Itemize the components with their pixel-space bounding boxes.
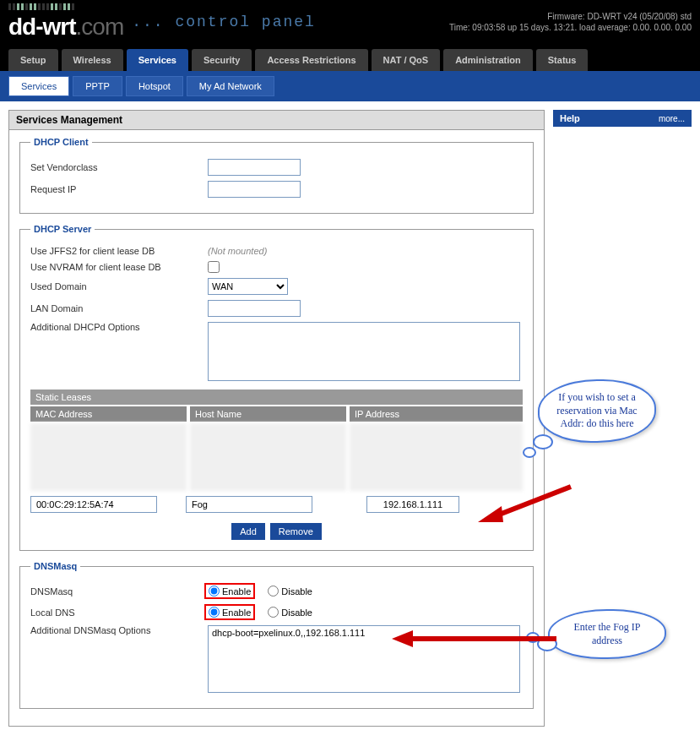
- subtab-pptp[interactable]: PPTP: [73, 76, 122, 96]
- logo-dots-icon: [8, 3, 123, 10]
- callout-fog-ip: Enter the Fog IP address: [548, 609, 666, 659]
- request-ip-label: Request IP: [30, 184, 208, 194]
- lease-mac-input[interactable]: [30, 496, 157, 513]
- used-domain-label: Used Domain: [30, 281, 208, 291]
- vendorclass-input[interactable]: [208, 159, 301, 176]
- lan-domain-label: LAN Domain: [30, 303, 208, 313]
- lease-ip-input[interactable]: [366, 496, 459, 513]
- help-more-link[interactable]: more...: [659, 114, 685, 123]
- add-button[interactable]: Add: [231, 523, 265, 540]
- logo-text: dd-wrt.com: [8, 14, 123, 41]
- additional-dnsmasq-label: Additional DNSMasq Options: [30, 625, 208, 635]
- help-header: Help more...: [553, 110, 692, 127]
- logo-block: dd-wrt.com: [8, 3, 123, 41]
- lease-host-input[interactable]: [186, 496, 312, 513]
- localdns-disable-radio[interactable]: Disable: [268, 607, 312, 618]
- vendorclass-label: Set Vendorclass: [30, 162, 208, 172]
- dnsmasq-label: DNSMasq: [30, 586, 208, 597]
- content-area: Services Management DHCP Client Set Vend…: [0, 101, 700, 730]
- page-title: Services Management: [9, 111, 544, 130]
- help-title: Help: [560, 113, 580, 123]
- dnsmasq-section: DNSMasq DNSMasq Enable Disable Local DNS: [19, 561, 534, 709]
- lease-input-row: [30, 496, 523, 513]
- dhcp-client-legend: DHCP Client: [30, 137, 92, 147]
- tab-wireless[interactable]: Wireless: [62, 49, 123, 71]
- lan-domain-input[interactable]: [208, 300, 301, 317]
- dnsmasq-legend: DNSMasq: [30, 561, 80, 571]
- col-ip-header: IP Address: [350, 406, 523, 422]
- tab-security[interactable]: Security: [192, 49, 252, 71]
- remove-button[interactable]: Remove: [270, 523, 322, 540]
- uptime-load: Time: 09:03:58 up 15 days. 13:21. load a…: [449, 22, 692, 33]
- callout-reservation: If you wish to set a reservation via Mac…: [538, 379, 656, 443]
- tab-services[interactable]: Services: [127, 49, 188, 71]
- static-leases-header: Static Leases: [30, 390, 523, 405]
- jffs2-label: Use JFFS2 for client lease DB: [30, 246, 208, 256]
- tab-access-restrictions[interactable]: Access Restrictions: [255, 49, 367, 71]
- arrow-icon: [469, 478, 579, 529]
- nvram-label: Use NVRAM for client lease DB: [30, 262, 208, 272]
- sub-tabs: Services PPTP Hotspot My Ad Network: [0, 71, 700, 101]
- subtab-hotspot[interactable]: Hotspot: [126, 76, 183, 96]
- subtab-services[interactable]: Services: [8, 76, 69, 96]
- status-text: Firmware: DD-WRT v24 (05/20/08) std Time…: [449, 11, 692, 33]
- dnsmasq-enable-radio[interactable]: Enable: [209, 586, 251, 597]
- leases-columns: MAC Address Host Name IP Address: [30, 406, 523, 422]
- used-domain-select[interactable]: WAN: [208, 278, 288, 295]
- arrow-icon: [388, 626, 565, 651]
- dhcp-server-legend: DHCP Server: [30, 224, 95, 234]
- localdns-enable-radio[interactable]: Enable: [209, 607, 251, 618]
- leases-body-blurred: [30, 423, 523, 491]
- tab-status[interactable]: Status: [536, 49, 589, 71]
- tab-administration[interactable]: Administration: [443, 49, 533, 71]
- localdns-label: Local DNS: [30, 607, 208, 618]
- additional-dhcpd-label: Additional DHCPd Options: [30, 322, 208, 332]
- subtab-ad-network[interactable]: My Ad Network: [187, 76, 274, 96]
- tab-setup[interactable]: Setup: [8, 49, 58, 71]
- svg-marker-1: [478, 506, 503, 522]
- request-ip-input[interactable]: [208, 181, 301, 198]
- nvram-checkbox[interactable]: [208, 261, 220, 273]
- col-host-header: Host Name: [190, 406, 346, 422]
- dhcp-client-section: DHCP Client Set Vendorclass Request IP: [19, 137, 534, 214]
- content-body: DHCP Client Set Vendorclass Request IP D…: [9, 130, 544, 726]
- main-tabs: Setup Wireless Services Security Access …: [0, 44, 700, 71]
- logo-area: dd-wrt.com ... control panel: [8, 3, 316, 41]
- lease-buttons: Add Remove: [30, 523, 523, 540]
- main-content: Services Management DHCP Client Set Vend…: [8, 110, 545, 727]
- control-panel-label: ... control panel: [132, 14, 316, 30]
- header-bar: dd-wrt.com ... control panel Firmware: D…: [0, 0, 700, 44]
- dnsmasq-disable-radio[interactable]: Disable: [268, 586, 312, 597]
- dhcp-server-section: DHCP Server Use JFFS2 for client lease D…: [19, 224, 534, 551]
- svg-line-0: [495, 487, 571, 516]
- additional-dhcpd-textarea[interactable]: [208, 322, 520, 381]
- col-mac-header: MAC Address: [30, 406, 187, 422]
- jffs2-status: (Not mounted): [208, 246, 267, 256]
- firmware-version: Firmware: DD-WRT v24 (05/20/08) std: [449, 11, 692, 22]
- tab-nat-qos[interactable]: NAT / QoS: [372, 49, 441, 71]
- svg-marker-3: [392, 630, 413, 647]
